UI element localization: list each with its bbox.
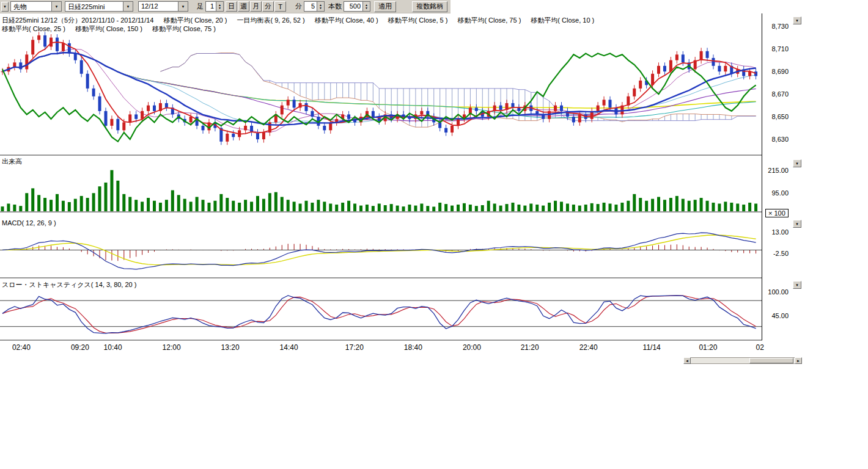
scrollbar-thumb[interactable] xyxy=(749,358,793,363)
period-week-button[interactable]: 週 xyxy=(238,1,249,12)
price-scale-menu-button[interactable]: ▼ xyxy=(793,16,801,24)
period-month-button[interactable]: 月 xyxy=(250,1,262,12)
chevron-down-icon[interactable]: ▼ xyxy=(123,2,133,11)
x-axis-tick-label: 10:40 xyxy=(100,343,127,352)
x-axis-tick-label: 09:20 xyxy=(67,343,94,352)
chart-title: 日経225mini 12/12（5分）2012/11/10 - 2012/11/… xyxy=(2,16,153,25)
x-axis-tick-label: 18:40 xyxy=(400,343,427,352)
chevron-down-icon[interactable]: ▼ xyxy=(178,2,188,11)
period-minute-button[interactable]: 分 xyxy=(262,1,274,12)
x-axis-tick-label: 20:00 xyxy=(458,343,485,352)
interval-value: 1 xyxy=(206,2,216,11)
x-axis-tick-label: 01:20 xyxy=(694,343,721,352)
macd-scale-menu-button[interactable]: ▼ xyxy=(793,220,801,228)
x-axis-tick-label: 13:20 xyxy=(217,343,244,352)
x-axis-tick-label: 02 xyxy=(746,343,773,352)
minute-label: 分 xyxy=(295,2,302,11)
interval-stepper[interactable]: 1 ▲▼ xyxy=(205,1,224,12)
volume-scale-menu-button[interactable]: ▼ xyxy=(793,159,801,167)
indicator-label-ma10: 移動平均( Close, 10 ) xyxy=(531,16,594,25)
trading-chart-window: ▼ 先物 ▼ 日経225mini ▼ 12/12 ▼ 足 1 ▲▼ 日 週 月 … xyxy=(0,0,868,469)
minute-stepper[interactable]: 5 ▲▼ xyxy=(304,1,325,12)
multi-symbol-button[interactable]: 複数銘柄 xyxy=(412,1,447,12)
volume-panel-label: 出来高 xyxy=(2,157,22,166)
chart-header-line1: 日経225mini 12/12（5分）2012/11/10 - 2012/11/… xyxy=(2,16,594,25)
chart-canvas[interactable] xyxy=(0,13,763,346)
x-axis-tick-label: 22:40 xyxy=(575,343,602,352)
apply-button[interactable]: 適用 xyxy=(374,1,396,12)
bar-count-label: 本数 xyxy=(328,2,342,11)
indicator-label-ma5: 移動平均( Close, 5 ) xyxy=(388,16,448,25)
x-axis-tick-label: 14:40 xyxy=(276,343,303,352)
chevron-down-icon[interactable]: ▼ xyxy=(51,2,61,11)
symbol-select[interactable]: 日経225mini ▼ xyxy=(65,1,133,12)
scrollbar-track[interactable] xyxy=(691,357,795,364)
spinner-arrows-icon[interactable]: ▲▼ xyxy=(216,2,223,11)
indicator-label-ma75: 移動平均( Close, 75 ) xyxy=(457,16,521,25)
chart-header-line2: 移動平均( Close, 25 ) 移動平均( Close, 150 ) 移動平… xyxy=(2,24,216,34)
y-axis-tick-label: 45.00 xyxy=(771,312,789,319)
symbol-select-value: 日経225mini xyxy=(65,2,123,11)
indicator-label-ichimoku: 一目均衡表( 9, 26, 52 ) xyxy=(237,16,304,25)
spinner-arrows-icon[interactable]: ▲▼ xyxy=(317,2,324,11)
scroll-right-icon[interactable]: ► xyxy=(795,357,802,364)
chart-horizontal-scrollbar[interactable]: ◄ ► xyxy=(683,357,802,364)
y-axis-tick-label: 100.00 xyxy=(768,288,789,296)
x-axis-tick-label: 21:20 xyxy=(517,343,543,352)
contract-month-select[interactable]: 12/12 ▼ xyxy=(138,1,188,12)
indicator-label-ma150: 移動平均( Close, 150 ) xyxy=(75,24,142,34)
y-axis-tick-label: 215.00 xyxy=(768,167,789,174)
bar-count-value: 500 xyxy=(344,2,362,11)
x-axis-tick-label: 11/14 xyxy=(638,343,665,352)
indicator-label-ma20: 移動平均( Close, 20 ) xyxy=(163,16,227,25)
timeframe-label: 足 xyxy=(197,2,204,11)
collapsed-combo-arrow-icon[interactable]: ▼ xyxy=(1,2,9,12)
indicator-label-ma25: 移動平均( Close, 25 ) xyxy=(2,24,65,34)
period-day-button[interactable]: 日 xyxy=(226,1,237,12)
indicator-label-ma40: 移動平均( Close, 40 ) xyxy=(315,16,378,25)
spinner-arrows-icon[interactable]: ▲▼ xyxy=(362,2,370,11)
x-axis-tick-label: 17:20 xyxy=(341,343,368,352)
market-select-value: 先物 xyxy=(11,2,51,11)
indicator-label-ma75b: 移動平均( Close, 75 ) xyxy=(152,24,216,34)
period-tick-button[interactable]: T xyxy=(274,1,286,12)
stoch-scale-menu-button[interactable]: ▼ xyxy=(793,281,801,289)
bar-count-stepper[interactable]: 500 ▲▼ xyxy=(344,1,370,12)
stoch-panel-label: スロー・ストキャスティクス( 14, 3, 80, 20 ) xyxy=(2,280,136,289)
market-select[interactable]: 先物 ▼ xyxy=(10,1,62,12)
toolbar: ▼ 先物 ▼ 日経225mini ▼ 12/12 ▼ 足 1 ▲▼ 日 週 月 … xyxy=(0,0,451,13)
x-axis-tick-label: 12:00 xyxy=(158,343,185,352)
y-axis-tick-label: 8,690 xyxy=(771,68,789,75)
y-axis-tick-label: 8,670 xyxy=(771,90,789,98)
x-axis-tick-label: 02:40 xyxy=(8,343,35,352)
y-axis-tick-label: 8,630 xyxy=(771,136,789,143)
time-axis: 02:4009:2010:4012:0013:2014:4017:2018:40… xyxy=(0,343,802,353)
y-axis-tick-label: -2.50 xyxy=(773,250,789,257)
macd-panel-label: MACD( 12, 26, 9 ) xyxy=(2,219,56,227)
volume-multiplier-badge: × 100 xyxy=(765,209,789,217)
contract-month-value: 12/12 xyxy=(139,2,178,11)
y-axis-tick-label: 8,730 xyxy=(771,23,789,30)
y-axis-tick-label: 13.00 xyxy=(771,228,789,236)
y-axis-tick-label: 95.00 xyxy=(771,189,789,197)
y-axis-tick-label: 8,710 xyxy=(771,45,789,53)
minute-value: 5 xyxy=(304,2,317,11)
y-axis-tick-label: 8,650 xyxy=(771,113,789,120)
scroll-left-icon[interactable]: ◄ xyxy=(683,357,691,364)
price-axis-column: 8,7308,7108,6908,6708,6508,630215.0095.0… xyxy=(763,13,790,346)
